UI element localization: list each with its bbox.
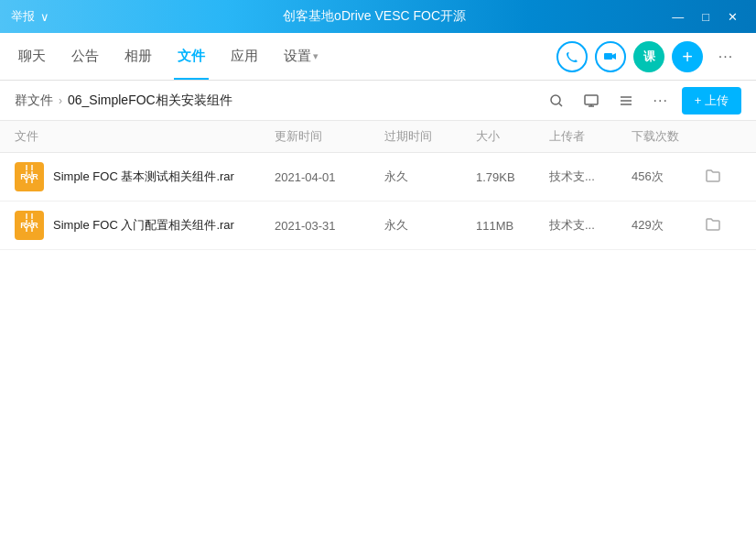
- nav-icons: 课 + ···: [556, 41, 741, 72]
- tab-file[interactable]: 文件: [174, 33, 209, 80]
- breadcrumb-current: 06_SimpleFOC相关安装组件: [68, 93, 232, 109]
- tab-notice[interactable]: 公告: [68, 33, 103, 80]
- course-label: 课: [643, 49, 655, 65]
- nav-tabs: 聊天 公告 相册 文件 应用 设置 ▾: [15, 33, 322, 80]
- add-button[interactable]: +: [672, 41, 703, 72]
- breadcrumb-root[interactable]: 群文件: [15, 93, 53, 109]
- chevron-icon[interactable]: ∨: [40, 10, 49, 24]
- file-size: 111MB: [476, 219, 549, 233]
- file-name-cell: RAR Simple FOC 基本测试相关组件.rar: [15, 162, 275, 191]
- window-title: 创客基地oDrive VESC FOC开源: [84, 8, 664, 25]
- file-action[interactable]: [705, 168, 741, 187]
- svg-rect-0: [604, 53, 612, 60]
- toolbar-right: ··· + 上传: [543, 87, 741, 114]
- breadcrumb-bar: 群文件 › 06_SimpleFOC相关安装组件: [0, 81, 756, 121]
- search-icon: [549, 93, 564, 108]
- file-downloads: 456次: [632, 169, 705, 185]
- title-bar: 举报 ∨ 创客基地oDrive VESC FOC开源 — □ ✕: [0, 0, 756, 33]
- minimize-button[interactable]: —: [664, 9, 691, 25]
- tab-settings[interactable]: 设置 ▾: [280, 33, 322, 80]
- svg-marker-1: [612, 53, 616, 60]
- folder-icon: [705, 168, 721, 184]
- file-icon-rar2: RAR: [15, 211, 44, 240]
- file-table: 文件 更新时间 过期时间 大小 上传者 下载次数 RAR Simple FOC …: [0, 121, 756, 556]
- col-header-name: 文件: [15, 128, 275, 145]
- tab-album[interactable]: 相册: [121, 33, 156, 80]
- breadcrumb-separator: ›: [59, 94, 62, 107]
- list-icon: [619, 93, 633, 108]
- settings-chevron-icon: ▾: [313, 50, 319, 62]
- phone-call-button[interactable]: [556, 41, 588, 72]
- file-action[interactable]: [705, 216, 741, 235]
- file-name: Simple FOC 基本测试相关组件.rar: [53, 169, 234, 185]
- svg-rect-4: [585, 95, 598, 104]
- file-expire-time: 永久: [384, 217, 476, 234]
- video-icon: [603, 49, 618, 64]
- nav-bar: 聊天 公告 相册 文件 应用 设置 ▾: [0, 33, 756, 81]
- main-content: 聊天 公告 相册 文件 应用 设置 ▾: [0, 33, 756, 556]
- file-size: 1.79KB: [476, 170, 549, 184]
- table-row[interactable]: RAR Simple FOC 入门配置相关组件.rar 2021-03-31 永…: [0, 202, 756, 250]
- video-call-button[interactable]: [595, 41, 626, 72]
- report-label[interactable]: 举报: [11, 8, 35, 25]
- file-name: Simple FOC 入门配置相关组件.rar: [53, 217, 234, 234]
- search-button[interactable]: [543, 87, 570, 114]
- more-button[interactable]: ···: [710, 41, 741, 72]
- upload-button[interactable]: + 上传: [682, 87, 741, 114]
- svg-point-2: [551, 95, 560, 104]
- close-button[interactable]: ✕: [720, 9, 745, 25]
- course-button[interactable]: 课: [633, 41, 664, 72]
- tab-app[interactable]: 应用: [227, 33, 262, 80]
- file-name-cell: RAR Simple FOC 入门配置相关组件.rar: [15, 211, 275, 240]
- file-update-time: 2021-04-01: [275, 170, 384, 184]
- file-update-time: 2021-03-31: [275, 219, 384, 233]
- more-icon: ···: [718, 49, 733, 65]
- phone-icon: [565, 49, 579, 64]
- col-header-update-time: 更新时间: [275, 128, 384, 145]
- col-header-uploader: 上传者: [549, 128, 632, 145]
- folder-icon: [705, 216, 721, 233]
- tab-chat[interactable]: 聊天: [15, 33, 49, 80]
- file-uploader: 技术支...: [549, 217, 632, 234]
- file-expire-time: 永久: [384, 169, 476, 185]
- col-header-expire-time: 过期时间: [384, 128, 476, 145]
- screen-icon: [584, 93, 599, 108]
- list-view-button[interactable]: [612, 87, 640, 114]
- file-uploader: 技术支...: [549, 169, 632, 185]
- file-icon-rar: RAR: [15, 162, 44, 191]
- toolbar-more-button[interactable]: ···: [647, 87, 675, 114]
- col-header-downloads: 下载次数: [632, 128, 705, 145]
- table-header: 文件 更新时间 过期时间 大小 上传者 下载次数: [0, 121, 756, 153]
- col-header-size: 大小: [476, 128, 549, 145]
- col-header-action: [705, 128, 741, 145]
- screen-button[interactable]: [578, 87, 605, 114]
- maximize-button[interactable]: □: [695, 9, 717, 25]
- toolbar-more-icon: ···: [653, 93, 668, 109]
- svg-line-3: [559, 104, 562, 106]
- file-downloads: 429次: [632, 217, 705, 234]
- breadcrumb: 群文件 › 06_SimpleFOC相关安装组件: [15, 93, 232, 109]
- table-row[interactable]: RAR Simple FOC 基本测试相关组件.rar 2021-04-01 永…: [0, 153, 756, 202]
- add-icon: +: [682, 48, 693, 66]
